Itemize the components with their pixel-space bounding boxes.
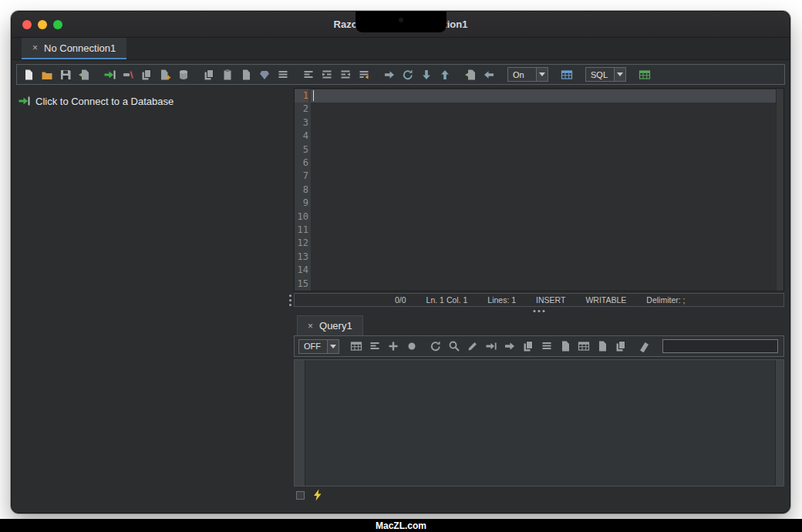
cursor-position: Ln. 1 Col. 1 <box>426 295 468 305</box>
toolbar-group-edit <box>202 68 290 82</box>
row-limit-dropdown[interactable]: OFF <box>298 339 339 354</box>
move-up-icon[interactable] <box>438 68 452 82</box>
auto-commit-value: On <box>508 68 536 81</box>
editor-grid-icon[interactable] <box>638 68 652 82</box>
record-icon[interactable] <box>405 339 419 353</box>
razorsql-window: RazorSQL - No Connection1 × No Connectio… <box>11 11 790 513</box>
results-row-header[interactable] <box>295 360 305 486</box>
query-tab[interactable]: × Query1 <box>297 315 363 335</box>
results-option-checkbox[interactable] <box>296 491 305 500</box>
new-file-icon[interactable] <box>22 68 35 82</box>
disconnect-icon[interactable] <box>121 68 135 82</box>
close-button[interactable] <box>22 20 32 29</box>
titlebar[interactable]: RazorSQL - No Connection1 <box>12 12 790 38</box>
connect-to-database-link[interactable]: Click to Connect to a Database <box>17 94 282 108</box>
code-area[interactable] <box>311 89 776 291</box>
duplicate-docs-icon[interactable] <box>614 339 628 353</box>
line-number: 14 <box>295 264 308 277</box>
word-wrap-icon[interactable] <box>357 68 371 82</box>
search-results-icon[interactable] <box>447 339 461 353</box>
connect-tree-icon[interactable] <box>17 94 31 108</box>
sql-mode-dropdown-button[interactable] <box>614 68 625 81</box>
goto-row-icon[interactable] <box>484 339 498 353</box>
tab-close-icon[interactable]: × <box>32 42 38 53</box>
connect-icon[interactable] <box>103 68 116 82</box>
editor-scrollbar[interactable] <box>776 89 783 291</box>
sql-mode-dropdown[interactable]: SQL <box>585 67 626 82</box>
insert-row-icon[interactable] <box>386 339 400 353</box>
sort-lines-icon[interactable] <box>368 339 382 353</box>
documents-copy-icon[interactable] <box>202 68 216 82</box>
query-toolbar-group-actions <box>429 339 628 353</box>
zoom-button[interactable] <box>53 20 62 29</box>
auto-commit-dropdown-button[interactable] <box>536 68 548 81</box>
indent-icon[interactable] <box>320 68 334 82</box>
row-limit-dropdown-button[interactable] <box>327 340 339 353</box>
notch <box>356 12 446 32</box>
desktop: RazorSQL - No Connection1 × No Connectio… <box>0 0 802 532</box>
refresh-icon[interactable] <box>401 68 415 82</box>
query-toolbar-group-view <box>349 339 419 353</box>
database-icon[interactable] <box>177 68 190 82</box>
editor-status-bar: 0/0 Ln. 1 Col. 1 Lines: 1 INSERT WRITABL… <box>294 293 784 307</box>
export-doc-icon[interactable] <box>558 339 572 353</box>
results-grid-icon[interactable] <box>560 68 574 82</box>
watermark-bar: MacZL.com <box>0 519 802 532</box>
line-number-gutter[interactable]: 123456789101112131415 <box>295 89 311 291</box>
document-icon[interactable] <box>239 68 253 82</box>
open-file-icon[interactable] <box>40 68 54 82</box>
move-down-icon[interactable] <box>420 68 433 82</box>
query-toolbar: OFF <box>294 335 784 357</box>
lightning-bolt-icon[interactable] <box>311 488 325 502</box>
line-number: 8 <box>295 184 308 197</box>
line-number: 9 <box>295 197 308 210</box>
auto-commit-dropdown[interactable]: On <box>507 67 548 82</box>
splitter-grip[interactable] <box>534 310 545 312</box>
save-file-icon[interactable] <box>59 68 72 82</box>
editor-stack: 123456789101112131415 0/0 Ln. 1 Col. 1 L… <box>294 88 790 503</box>
sql-mode-value: SQL <box>586 68 614 81</box>
toolbar-group-editor-table <box>638 68 652 82</box>
line-count: Lines: 1 <box>487 295 516 305</box>
toolbar-group-navigate <box>382 68 452 82</box>
clipboard-icon[interactable] <box>221 68 234 82</box>
results-filter-input[interactable] <box>662 339 778 353</box>
report-doc-icon[interactable] <box>595 339 609 353</box>
refresh-results-icon[interactable] <box>429 339 443 353</box>
new-connection-icon[interactable] <box>158 68 172 82</box>
minimize-button[interactable] <box>38 20 47 29</box>
sql-editor: 123456789101112131415 <box>294 88 784 291</box>
horizontal-splitter[interactable] <box>294 307 784 315</box>
edit-cell-icon[interactable] <box>466 339 480 353</box>
query-footer <box>294 487 784 503</box>
outdent-icon[interactable] <box>339 68 352 82</box>
query-toolbar-group-clear <box>638 339 652 353</box>
tab-close-icon[interactable]: × <box>308 321 313 332</box>
results-scrollbar[interactable] <box>775 360 783 486</box>
back-arrow-icon[interactable] <box>482 68 496 82</box>
copy-connection-icon[interactable] <box>140 68 153 82</box>
document-back-icon[interactable] <box>463 68 477 82</box>
results-grid[interactable] <box>305 360 775 486</box>
next-set-icon[interactable] <box>503 339 517 353</box>
connection-tab-label: No Connection1 <box>44 42 116 54</box>
vertical-splitter[interactable] <box>288 88 294 503</box>
results-table-icon[interactable] <box>349 339 363 353</box>
camera-dot <box>399 18 403 22</box>
line-number: 13 <box>295 251 308 264</box>
row-limit-value: OFF <box>299 340 327 353</box>
grid-view-icon[interactable] <box>577 339 591 353</box>
connection-tabbar: × No Connection1 <box>12 38 790 60</box>
splitter-grip[interactable] <box>289 295 291 306</box>
chevron-down-icon <box>539 72 545 76</box>
select-all-icon[interactable] <box>540 339 554 353</box>
forward-arrow-icon[interactable] <box>382 68 396 82</box>
list-lines-icon[interactable] <box>276 68 290 82</box>
connection-tab[interactable]: × No Connection1 <box>22 38 126 59</box>
export-file-icon[interactable] <box>77 68 91 82</box>
align-left-icon[interactable] <box>302 68 315 82</box>
clear-results-icon[interactable] <box>638 339 652 353</box>
insert-mode-indicator: INSERT <box>536 295 565 305</box>
diamond-icon[interactable] <box>258 68 271 82</box>
copy-results-icon[interactable] <box>521 339 535 353</box>
